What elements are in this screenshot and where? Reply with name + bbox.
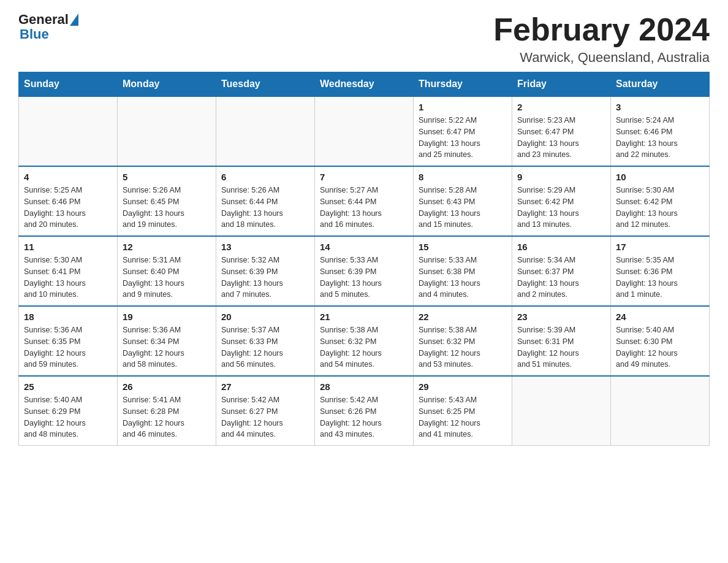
day-info: Sunrise: 5:25 AMSunset: 6:46 PMDaylight:…: [24, 185, 112, 231]
day-info: Sunrise: 5:42 AMSunset: 6:26 PMDaylight:…: [320, 394, 408, 440]
table-row: 28Sunrise: 5:42 AMSunset: 6:26 PMDayligh…: [315, 376, 414, 446]
day-number: 7: [320, 172, 408, 182]
day-number: 3: [616, 102, 704, 112]
day-number: 16: [517, 242, 605, 252]
header-tuesday: Tuesday: [216, 72, 315, 97]
table-row: 14Sunrise: 5:33 AMSunset: 6:39 PMDayligh…: [315, 236, 414, 306]
day-number: 5: [123, 172, 211, 182]
table-row: 13Sunrise: 5:32 AMSunset: 6:39 PMDayligh…: [216, 236, 315, 306]
table-row: 3Sunrise: 5:24 AMSunset: 6:46 PMDaylight…: [611, 96, 710, 166]
table-row: 11Sunrise: 5:30 AMSunset: 6:41 PMDayligh…: [19, 236, 118, 306]
table-row: 23Sunrise: 5:39 AMSunset: 6:31 PMDayligh…: [512, 306, 611, 376]
calendar-week-row: 25Sunrise: 5:40 AMSunset: 6:29 PMDayligh…: [19, 376, 710, 446]
day-info: Sunrise: 5:22 AMSunset: 6:47 PMDaylight:…: [419, 115, 507, 161]
day-number: 10: [616, 172, 704, 182]
logo-blue-text: Blue: [20, 27, 49, 42]
day-info: Sunrise: 5:39 AMSunset: 6:31 PMDaylight:…: [517, 324, 605, 370]
header-saturday: Saturday: [611, 72, 710, 97]
logo-general-text: General: [18, 12, 69, 27]
logo-triangle-icon: [70, 13, 78, 26]
day-number: 12: [123, 242, 211, 252]
day-info: Sunrise: 5:34 AMSunset: 6:37 PMDaylight:…: [517, 255, 605, 301]
day-number: 21: [320, 312, 408, 322]
calendar-header-row: Sunday Monday Tuesday Wednesday Thursday…: [19, 72, 710, 97]
day-number: 17: [616, 242, 704, 252]
day-info: Sunrise: 5:31 AMSunset: 6:40 PMDaylight:…: [123, 255, 211, 301]
table-row: 10Sunrise: 5:30 AMSunset: 6:42 PMDayligh…: [611, 166, 710, 236]
table-row: 21Sunrise: 5:38 AMSunset: 6:32 PMDayligh…: [315, 306, 414, 376]
calendar-subtitle: Warwick, Queensland, Australia: [493, 50, 710, 66]
day-number: 18: [24, 312, 112, 322]
header-wednesday: Wednesday: [315, 72, 414, 97]
calendar-week-row: 1Sunrise: 5:22 AMSunset: 6:47 PMDaylight…: [19, 96, 710, 166]
day-number: 22: [419, 312, 507, 322]
day-number: 26: [123, 381, 211, 392]
day-info: Sunrise: 5:33 AMSunset: 6:38 PMDaylight:…: [419, 255, 507, 301]
page-header: General Blue February 2024 Warwick, Quee…: [18, 12, 710, 66]
calendar-week-row: 11Sunrise: 5:30 AMSunset: 6:41 PMDayligh…: [19, 236, 710, 306]
day-info: Sunrise: 5:38 AMSunset: 6:32 PMDaylight:…: [419, 324, 507, 370]
day-number: 27: [221, 381, 309, 392]
table-row: [216, 96, 315, 166]
table-row: 5Sunrise: 5:26 AMSunset: 6:45 PMDaylight…: [118, 166, 216, 236]
calendar-week-row: 4Sunrise: 5:25 AMSunset: 6:46 PMDaylight…: [19, 166, 710, 236]
calendar-week-row: 18Sunrise: 5:36 AMSunset: 6:35 PMDayligh…: [19, 306, 710, 376]
table-row: [315, 96, 414, 166]
table-row: 18Sunrise: 5:36 AMSunset: 6:35 PMDayligh…: [19, 306, 118, 376]
day-info: Sunrise: 5:43 AMSunset: 6:25 PMDaylight:…: [419, 394, 507, 440]
table-row: [611, 376, 710, 446]
day-number: 6: [221, 172, 309, 182]
table-row: 6Sunrise: 5:26 AMSunset: 6:44 PMDaylight…: [216, 166, 315, 236]
table-row: 8Sunrise: 5:28 AMSunset: 6:43 PMDaylight…: [414, 166, 512, 236]
table-row: [19, 96, 118, 166]
day-info: Sunrise: 5:36 AMSunset: 6:34 PMDaylight:…: [123, 324, 211, 370]
day-number: 2: [517, 102, 605, 112]
table-row: 24Sunrise: 5:40 AMSunset: 6:30 PMDayligh…: [611, 306, 710, 376]
table-row: 1Sunrise: 5:22 AMSunset: 6:47 PMDaylight…: [414, 96, 512, 166]
table-row: [512, 376, 611, 446]
day-info: Sunrise: 5:40 AMSunset: 6:30 PMDaylight:…: [616, 324, 704, 370]
day-info: Sunrise: 5:35 AMSunset: 6:36 PMDaylight:…: [616, 255, 704, 301]
table-row: 2Sunrise: 5:23 AMSunset: 6:47 PMDaylight…: [512, 96, 611, 166]
day-number: 24: [616, 312, 704, 322]
day-info: Sunrise: 5:29 AMSunset: 6:42 PMDaylight:…: [517, 185, 605, 231]
table-row: 12Sunrise: 5:31 AMSunset: 6:40 PMDayligh…: [118, 236, 216, 306]
day-number: 4: [24, 172, 112, 182]
day-info: Sunrise: 5:37 AMSunset: 6:33 PMDaylight:…: [221, 324, 309, 370]
header-sunday: Sunday: [19, 72, 118, 97]
day-number: 9: [517, 172, 605, 182]
table-row: 20Sunrise: 5:37 AMSunset: 6:33 PMDayligh…: [216, 306, 315, 376]
day-number: 23: [517, 312, 605, 322]
logo-block: General Blue: [18, 12, 78, 42]
day-number: 29: [419, 381, 507, 392]
title-block: February 2024 Warwick, Queensland, Austr…: [493, 12, 710, 66]
day-info: Sunrise: 5:26 AMSunset: 6:45 PMDaylight:…: [123, 185, 211, 231]
day-info: Sunrise: 5:40 AMSunset: 6:29 PMDaylight:…: [24, 394, 112, 440]
day-info: Sunrise: 5:24 AMSunset: 6:46 PMDaylight:…: [616, 115, 704, 161]
day-number: 19: [123, 312, 211, 322]
table-row: 26Sunrise: 5:41 AMSunset: 6:28 PMDayligh…: [118, 376, 216, 446]
table-row: 25Sunrise: 5:40 AMSunset: 6:29 PMDayligh…: [19, 376, 118, 446]
table-row: 27Sunrise: 5:42 AMSunset: 6:27 PMDayligh…: [216, 376, 315, 446]
table-row: 4Sunrise: 5:25 AMSunset: 6:46 PMDaylight…: [19, 166, 118, 236]
header-friday: Friday: [512, 72, 611, 97]
day-info: Sunrise: 5:33 AMSunset: 6:39 PMDaylight:…: [320, 255, 408, 301]
table-row: 19Sunrise: 5:36 AMSunset: 6:34 PMDayligh…: [118, 306, 216, 376]
table-row: 17Sunrise: 5:35 AMSunset: 6:36 PMDayligh…: [611, 236, 710, 306]
header-monday: Monday: [118, 72, 216, 97]
day-info: Sunrise: 5:42 AMSunset: 6:27 PMDaylight:…: [221, 394, 309, 440]
table-row: 29Sunrise: 5:43 AMSunset: 6:25 PMDayligh…: [414, 376, 512, 446]
day-info: Sunrise: 5:26 AMSunset: 6:44 PMDaylight:…: [221, 185, 309, 231]
day-info: Sunrise: 5:30 AMSunset: 6:41 PMDaylight:…: [24, 255, 112, 301]
day-info: Sunrise: 5:27 AMSunset: 6:44 PMDaylight:…: [320, 185, 408, 231]
logo: General Blue: [18, 12, 78, 42]
day-number: 13: [221, 242, 309, 252]
day-number: 25: [24, 381, 112, 392]
day-number: 1: [419, 102, 507, 112]
day-number: 14: [320, 242, 408, 252]
day-info: Sunrise: 5:23 AMSunset: 6:47 PMDaylight:…: [517, 115, 605, 161]
day-number: 15: [419, 242, 507, 252]
table-row: 16Sunrise: 5:34 AMSunset: 6:37 PMDayligh…: [512, 236, 611, 306]
day-info: Sunrise: 5:32 AMSunset: 6:39 PMDaylight:…: [221, 255, 309, 301]
day-number: 28: [320, 381, 408, 392]
